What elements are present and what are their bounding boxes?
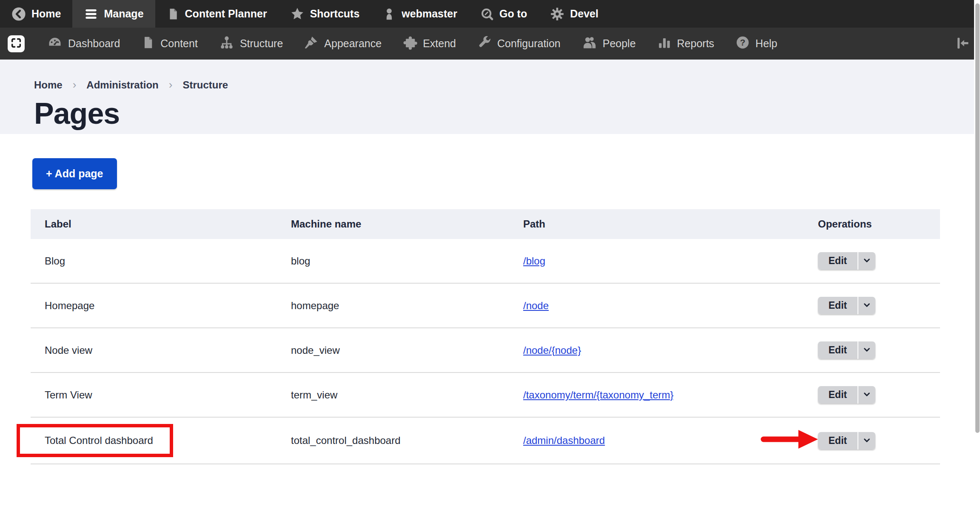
edit-button[interactable]: Edit [818, 386, 858, 404]
tray-item-label: Help [755, 37, 777, 50]
toolbar-item-home[interactable]: Home [0, 0, 72, 28]
tray-item-content[interactable]: Content [131, 36, 208, 52]
back-to-site-icon [11, 7, 26, 21]
toolbar-item-goto[interactable]: Go to [469, 0, 538, 28]
path-link[interactable]: /blog [523, 255, 545, 267]
chevron-down-icon [861, 389, 872, 401]
operations-dropdown-button[interactable] [858, 386, 875, 404]
structure-sitemap-icon [219, 35, 234, 53]
tray-item-label: Dashboard [68, 37, 120, 50]
scrollbar-track [974, 0, 980, 529]
tray-item-label: Extend [423, 37, 456, 50]
gear-icon [550, 7, 564, 21]
tray-item-label: Content [160, 37, 198, 50]
tray-item-help[interactable]: ? Help [725, 35, 788, 52]
page-label: Term View [31, 389, 277, 401]
toolbar-item-content-planner[interactable]: Content Planner [155, 0, 279, 28]
svg-text:?: ? [740, 37, 746, 47]
page-label: Node view [31, 344, 277, 356]
table-row: Homepage homepage /node Edit [31, 284, 940, 328]
toolbar-item-label: Devel [570, 8, 598, 20]
toolbar-item-label: Content Planner [185, 8, 267, 20]
path-link[interactable]: /taxonomy/term/{taxonomy_term} [523, 389, 673, 401]
column-header-label: Label [31, 218, 277, 230]
toolbar-item-devel[interactable]: Devel [538, 0, 610, 28]
toolbar-expand-button[interactable] [8, 35, 25, 52]
chevron-down-icon [861, 255, 872, 267]
breadcrumb-home-link[interactable]: Home [34, 79, 63, 91]
operations-split-button: Edit [818, 386, 875, 404]
main-content: + Add page Label Machine name Path Opera… [0, 134, 980, 464]
tray-item-label: Structure [240, 37, 283, 50]
search-goto-icon [480, 7, 494, 21]
content-file-icon [141, 36, 155, 52]
tray-item-people[interactable]: People [571, 35, 647, 53]
page-label: Homepage [31, 300, 277, 312]
tray-item-structure[interactable]: Structure [208, 35, 293, 53]
tray-item-label: Appearance [324, 37, 382, 50]
configuration-wrench-icon [477, 35, 492, 52]
edit-button[interactable]: Edit [818, 252, 858, 270]
scrollbar-thumb[interactable] [975, 3, 980, 433]
path-link[interactable]: /admin/dashboard [523, 435, 605, 446]
toolbar-item-label: Shortcuts [310, 8, 360, 20]
edit-button[interactable]: Edit [818, 341, 858, 359]
help-question-icon: ? [735, 35, 750, 52]
tray-item-configuration[interactable]: Configuration [467, 35, 571, 52]
operations-split-button: Edit [818, 432, 875, 449]
admin-tray: Dashboard Content Structure Appearance E… [0, 28, 980, 60]
toolbar-item-shortcuts[interactable]: Shortcuts [279, 0, 371, 28]
column-header-machine-name: Machine name [277, 218, 509, 230]
breadcrumb-structure-link[interactable]: Structure [182, 79, 228, 91]
tray-item-reports[interactable]: Reports [647, 35, 725, 52]
toolbar-item-manage[interactable]: Manage [72, 0, 155, 28]
operations-dropdown-button[interactable] [858, 252, 875, 270]
chevron-down-icon [861, 435, 872, 447]
page-label: Total Control dashboard [31, 435, 277, 447]
add-page-button[interactable]: + Add page [32, 158, 117, 189]
page-file-icon [167, 8, 179, 20]
toolbar-item-label: Manage [104, 8, 143, 20]
tray-item-extend[interactable]: Extend [392, 35, 467, 52]
toolbar-item-user[interactable]: webmaster [371, 0, 469, 28]
toolbar-item-label: Go to [499, 8, 527, 20]
operations-dropdown-button[interactable] [858, 432, 875, 449]
operations-dropdown-button[interactable] [858, 297, 875, 314]
tray-collapse-button[interactable] [954, 35, 971, 52]
column-header-path: Path [509, 218, 818, 230]
table-row: Term View term_view /taxonomy/term/{taxo… [31, 373, 940, 418]
tray-item-dashboard[interactable]: Dashboard [37, 35, 131, 53]
tray-item-appearance[interactable]: Appearance [293, 35, 392, 52]
page-label-text: Total Control dashboard [45, 435, 153, 446]
breadcrumb-administration-link[interactable]: Administration [86, 79, 158, 91]
reports-barchart-icon [657, 35, 672, 52]
collapse-left-icon [954, 35, 971, 52]
chevron-down-icon [861, 299, 872, 312]
tray-item-label: People [603, 37, 636, 50]
pages-table: Label Machine name Path Operations Blog … [31, 209, 940, 464]
hamburger-menu-icon [84, 7, 98, 21]
breadcrumb-separator: › [73, 78, 77, 91]
breadcrumb: Home › Administration › Structure [34, 78, 980, 91]
user-icon [382, 7, 396, 21]
people-icon [582, 35, 597, 53]
machine-name: blog [277, 255, 509, 267]
operations-dropdown-button[interactable] [858, 341, 875, 359]
machine-name: total_control_dashboard [277, 435, 509, 447]
edit-button[interactable]: Edit [818, 297, 858, 314]
table-row: Blog blog /blog Edit [31, 239, 940, 284]
tray-item-label: Reports [677, 37, 715, 50]
dashboard-gauge-icon [47, 35, 63, 53]
breadcrumb-separator: › [169, 78, 173, 91]
extend-puzzle-icon [403, 35, 417, 52]
table-row-total-control: Total Control dashboard total_control_da… [31, 418, 940, 464]
machine-name: homepage [277, 300, 509, 312]
tray-item-label: Configuration [497, 37, 561, 50]
operations-split-button: Edit [818, 252, 875, 270]
admin-toolbar: Home Manage Content Planner Shortcuts we… [0, 0, 980, 28]
machine-name: node_view [277, 344, 509, 356]
path-link[interactable]: /node [523, 300, 549, 311]
toolbar-item-label: Home [31, 8, 61, 20]
path-link[interactable]: /node/{node} [523, 344, 581, 356]
edit-button[interactable]: Edit [818, 432, 858, 449]
